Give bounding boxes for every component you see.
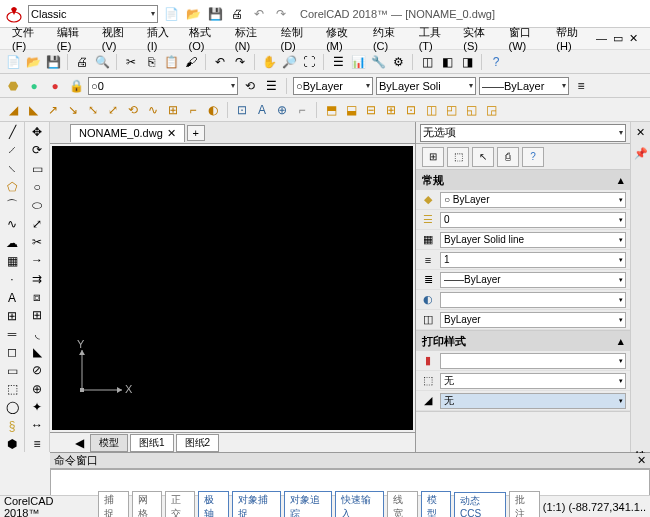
pbtn2-icon[interactable]: ⬚ <box>447 147 469 167</box>
menu-insert[interactable]: 插入(I) <box>141 23 181 54</box>
mod3-icon[interactable]: ↗ <box>44 101 62 119</box>
tool2-icon[interactable]: ⚙ <box>389 53 407 71</box>
table-icon[interactable]: ⊞ <box>3 308 21 324</box>
layers-icon[interactable]: ☰ <box>329 53 347 71</box>
hatch-icon[interactable]: ▦ <box>3 253 21 269</box>
offset-icon[interactable]: ⇉ <box>28 271 46 287</box>
prop-ltscale[interactable]: 1 <box>440 252 626 268</box>
pbtn-help-icon[interactable]: ? <box>522 147 544 167</box>
c1-icon[interactable]: ⬒ <box>322 101 340 119</box>
mod7-icon[interactable]: ⟲ <box>124 101 142 119</box>
c7-icon[interactable]: ◰ <box>442 101 460 119</box>
pbtn4-icon[interactable]: ⎙ <box>497 147 519 167</box>
prop-ltype[interactable]: ByLayer Solid line <box>440 232 626 248</box>
pin-icon[interactable]: 📌 <box>634 147 648 160</box>
save-doc-icon[interactable]: 💾 <box>44 53 62 71</box>
move-icon[interactable]: ✥ <box>28 124 46 140</box>
section-plotstyle[interactable]: 打印样式▴ <box>416 331 630 351</box>
fillet-icon[interactable]: ◟ <box>28 326 46 342</box>
array-icon[interactable]: ⊞ <box>28 307 46 323</box>
canvas[interactable]: X Y <box>52 146 413 430</box>
prop-ps3[interactable]: 无 <box>440 393 626 409</box>
mod13-icon[interactable]: A <box>253 101 271 119</box>
print-icon[interactable]: 🖨 <box>228 5 246 23</box>
mod2-icon[interactable]: ◣ <box>24 101 42 119</box>
menu-constraint[interactable]: 约束(C) <box>367 23 411 54</box>
pbtn1-icon[interactable]: ⊞ <box>422 147 444 167</box>
c4-icon[interactable]: ⊞ <box>382 101 400 119</box>
prop-ps1[interactable] <box>440 353 626 369</box>
grid-button[interactable]: 网格 <box>132 491 162 518</box>
menu-draw[interactable]: 绘制(D) <box>275 23 319 54</box>
point-icon[interactable]: · <box>3 271 21 287</box>
lweight-combo[interactable]: ——ByLayer <box>479 77 569 95</box>
view3d-icon[interactable]: ◫ <box>418 53 436 71</box>
otrack-button[interactable]: 对象追踪 <box>284 491 333 518</box>
anno-button[interactable]: 批注 <box>509 491 539 518</box>
ltype-combo[interactable]: ByLayer Soli <box>376 77 476 95</box>
minimize-icon[interactable]: — <box>596 32 607 45</box>
redo-icon[interactable]: ↷ <box>272 5 290 23</box>
line-icon[interactable]: ╱ <box>3 124 21 140</box>
match-icon[interactable]: 🖌 <box>182 53 200 71</box>
chamfer-icon[interactable]: ◣ <box>28 344 46 360</box>
laymgr-icon[interactable]: ⬣ <box>4 77 22 95</box>
explode-icon[interactable]: ✦ <box>28 399 46 415</box>
layoff-icon[interactable]: ● <box>25 77 43 95</box>
copy-icon[interactable]: ⎘ <box>142 53 160 71</box>
menu-help[interactable]: 帮助(H) <box>550 23 594 54</box>
ell-icon[interactable]: ⬭ <box>28 197 46 213</box>
sheet2-tab[interactable]: 图纸2 <box>176 434 220 452</box>
menu-file[interactable]: 文件(F) <box>6 23 49 54</box>
sheet1-tab[interactable]: 图纸1 <box>130 434 174 452</box>
trim-icon[interactable]: ✂ <box>28 234 46 250</box>
break-icon[interactable]: ⊘ <box>28 362 46 378</box>
snap-button[interactable]: 捕捉 <box>98 491 128 518</box>
osnap-button[interactable]: 对象捕捉 <box>232 491 281 518</box>
menu-edit[interactable]: 编辑(E) <box>51 23 94 54</box>
xline-icon[interactable]: ⟋ <box>3 142 21 158</box>
menu-tools[interactable]: 工具(T) <box>413 23 456 54</box>
open-icon[interactable]: 📂 <box>184 5 202 23</box>
polar-button[interactable]: 极轴 <box>198 491 228 518</box>
c2-icon[interactable]: ⬓ <box>342 101 360 119</box>
undo2-icon[interactable]: ↶ <box>211 53 229 71</box>
mod8-icon[interactable]: ∿ <box>144 101 162 119</box>
prop-transp[interactable] <box>440 292 626 308</box>
stretch-icon[interactable]: ↔ <box>28 417 46 433</box>
mod10-icon[interactable]: ⌐ <box>184 101 202 119</box>
wipeout-icon[interactable]: ◻ <box>3 344 21 360</box>
laylck-icon[interactable]: 🔒 <box>67 77 85 95</box>
workspace-combo[interactable]: Classic <box>28 5 158 23</box>
prop-lweight[interactable]: ——ByLayer <box>440 272 626 288</box>
model-tab[interactable]: 模型 <box>90 434 128 452</box>
tab-add-button[interactable]: + <box>187 125 205 141</box>
mirror-icon[interactable]: ⧈ <box>28 289 46 305</box>
align-icon[interactable]: ≡ <box>28 436 46 452</box>
pbtn3-icon[interactable]: ↖ <box>472 147 494 167</box>
c9-icon[interactable]: ◲ <box>482 101 500 119</box>
join-icon[interactable]: ⊕ <box>28 381 46 397</box>
close-icon[interactable]: ✕ <box>629 32 638 45</box>
arc-icon[interactable]: ⌒ <box>3 197 21 214</box>
rotate-icon[interactable]: ⟳ <box>28 142 46 158</box>
rect-icon[interactable]: ▭ <box>28 161 46 177</box>
menu-window[interactable]: 窗口(W) <box>503 23 549 54</box>
undo-icon[interactable]: ↶ <box>250 5 268 23</box>
lwt-button[interactable]: 线宽 <box>387 491 417 518</box>
c5-icon[interactable]: ⊡ <box>402 101 420 119</box>
mod14-icon[interactable]: ⊕ <box>273 101 291 119</box>
mod12-icon[interactable]: ⊡ <box>233 101 251 119</box>
c6-icon[interactable]: ◫ <box>422 101 440 119</box>
model-button[interactable]: 模型 <box>421 491 451 518</box>
pline-icon[interactable]: ⟍ <box>3 161 21 177</box>
dccs-button[interactable]: 动态 CCS <box>454 492 506 517</box>
open-doc-icon[interactable]: 📂 <box>24 53 42 71</box>
mline-icon[interactable]: ═ <box>3 326 21 342</box>
panel-close-icon[interactable]: ✕ <box>636 126 645 139</box>
c3-icon[interactable]: ⊟ <box>362 101 380 119</box>
mod4-icon[interactable]: ↘ <box>64 101 82 119</box>
region-icon[interactable]: ▭ <box>3 363 21 379</box>
prop-layer[interactable]: 0 <box>440 212 626 228</box>
layer-combo[interactable]: ○ 0 <box>88 77 238 95</box>
